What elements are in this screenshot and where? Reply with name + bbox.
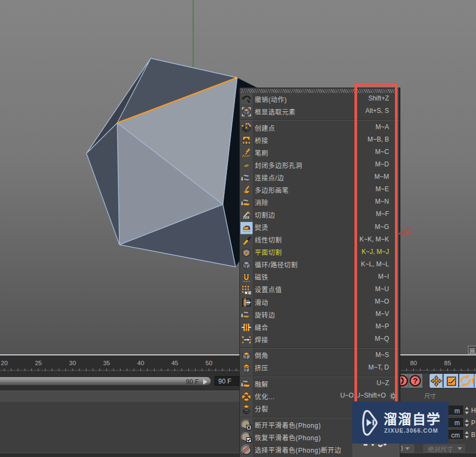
svg-text:?: ? (413, 376, 418, 385)
